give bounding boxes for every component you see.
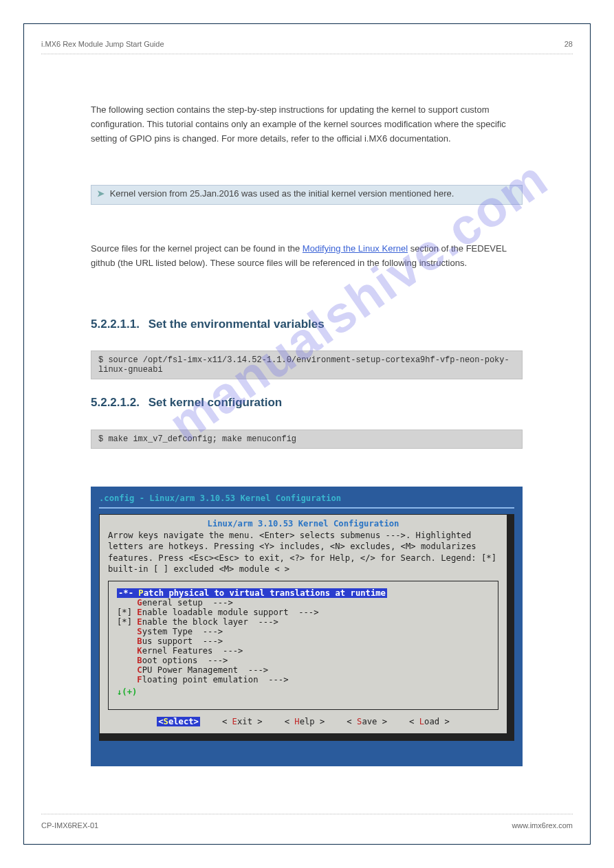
- menu-item[interactable]: Kernel Features --->: [117, 646, 490, 656]
- dialog-button-elp[interactable]: < Help >: [285, 717, 325, 726]
- footer-url: www.imx6rex.com: [512, 821, 573, 830]
- section-title: Set the environmental variables: [149, 318, 325, 331]
- menu-item[interactable]: -*- Patch physical to virtual translatio…: [117, 588, 490, 598]
- command-box-env: $ source /opt/fsl-imx-x11/3.14.52-1.1.0/…: [91, 350, 523, 379]
- note-arrow-icon: ➤: [97, 188, 105, 199]
- dialog-button-xit[interactable]: < Exit >: [222, 717, 263, 726]
- dialog-button-oad[interactable]: < Load >: [409, 717, 450, 726]
- menu-item[interactable]: Floating point emulation --->: [117, 675, 490, 685]
- section-title: Set kernel configuration: [149, 396, 283, 409]
- command-box-kconfig: $ make imx_v7_defconfig; make menuconfig: [91, 430, 523, 449]
- dialog-subtitle: Linux/arm 3.10.53 Kernel Configuration: [107, 519, 500, 528]
- note-text: Kernel version from 25.Jan.2016 was used…: [110, 188, 454, 199]
- section-heading-env: 5.2.2.1.1. Set the environmental variabl…: [91, 318, 325, 331]
- dialog-shadow: Linux/arm 3.10.53 Kernel Configuration A…: [99, 514, 514, 741]
- menu-item[interactable]: [*] Enable the block layer --->: [117, 617, 490, 627]
- source-pre: Source files for the kernel project can …: [91, 243, 303, 254]
- footer-docnum: CP-IMX6REX-01: [41, 821, 98, 830]
- dialog-help-text: Arrow keys navigate the menu. <Enter> se…: [108, 530, 498, 575]
- note-box: ➤ Kernel version from 25.Jan.2016 was us…: [91, 185, 523, 205]
- header-title: i.MX6 Rex Module Jump Start Guide: [41, 40, 164, 48]
- header-divider: [41, 54, 573, 54]
- terminal-divider: [99, 507, 514, 509]
- terminal-screenshot: .config - Linux/arm 3.10.53 Kernel Confi…: [91, 487, 523, 766]
- menu-item[interactable]: [*] Enable loadable module support --->: [117, 608, 490, 617]
- menuconfig-dialog: Linux/arm 3.10.53 Kernel Configuration A…: [99, 514, 507, 734]
- dialog-button-row: <Select>< Exit >< Help >< Save >< Load >: [107, 717, 500, 726]
- source-paragraph: Source files for the kernel project can …: [91, 242, 523, 271]
- dialog-button-elect[interactable]: <Select>: [157, 717, 200, 726]
- menu-item[interactable]: Boot options --->: [117, 656, 490, 665]
- menu-item[interactable]: General setup --->: [117, 598, 490, 608]
- header-page-number: 28: [564, 40, 573, 48]
- intro-paragraph: The following section contains the step-…: [91, 103, 523, 146]
- menu-item[interactable]: CPU Power Management --->: [117, 665, 490, 675]
- source-link[interactable]: Modifying the Linux Kernel: [303, 243, 408, 254]
- section-number: 5.2.2.1.1.: [91, 318, 140, 331]
- footer-divider: [41, 814, 573, 814]
- menu-item[interactable]: System Type --->: [117, 627, 490, 636]
- scroll-more-icon: ↓(+): [117, 687, 490, 697]
- terminal-window-title: .config - Linux/arm 3.10.53 Kernel Confi…: [99, 493, 514, 503]
- menu-item[interactable]: Bus support --->: [117, 636, 490, 646]
- section-number: 5.2.2.1.2.: [91, 396, 140, 409]
- section-heading-kconfig: 5.2.2.1.2. Set kernel configuration: [91, 396, 282, 410]
- menu-list-box: -*- Patch physical to virtual translatio…: [108, 581, 498, 710]
- dialog-button-ave[interactable]: < Save >: [347, 717, 387, 726]
